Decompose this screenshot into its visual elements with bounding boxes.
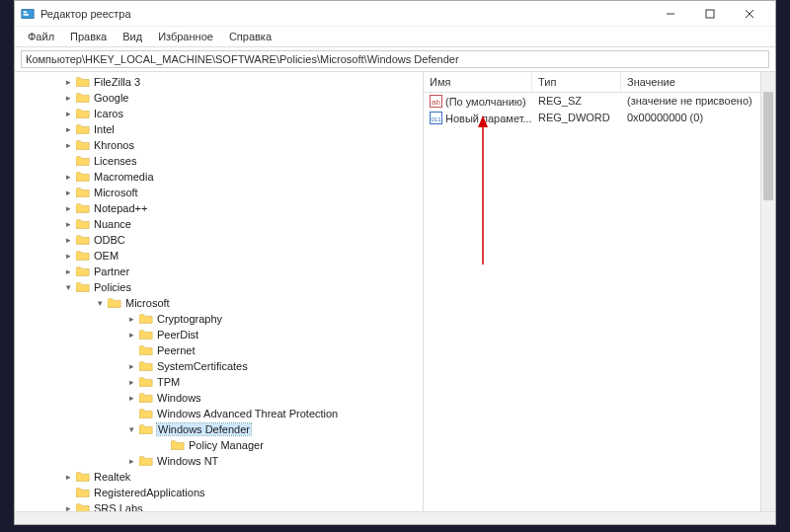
values-body[interactable]: ab(По умолчанию)REG_SZ(значение не присв… — [424, 93, 775, 126]
expander-icon[interactable]: ▸ — [62, 139, 74, 151]
tree-node[interactable]: Peernet — [46, 342, 423, 358]
tree-node[interactable]: ▸Windows — [46, 390, 423, 406]
expander-icon[interactable]: ▸ — [125, 376, 137, 388]
tree-node[interactable]: ▸Cryptography — [46, 311, 423, 327]
value-row[interactable]: 011Новый парамет...REG_DWORD0x00000000 (… — [424, 110, 775, 126]
tree-row[interactable]: Windows Advanced Threat Protection — [46, 406, 423, 421]
tree-node[interactable]: ▸PeerDist — [46, 327, 423, 342]
tree-node[interactable]: ▸Realtek — [15, 469, 423, 485]
tree-row[interactable]: ▸SRS Labs — [15, 500, 423, 511]
tree-row[interactable]: ▸ODBC — [15, 232, 423, 248]
col-header-data[interactable]: Значение — [621, 72, 775, 92]
tree-node[interactable]: ▾Windows DefenderPolicy Manager — [46, 421, 423, 453]
tree-node[interactable]: ▾Policies▾Microsoft▸Cryptography▸PeerDis… — [15, 279, 423, 469]
tree-row[interactable]: ▸Partner — [15, 264, 423, 279]
tree-node[interactable]: ▸SystemCertificates — [46, 358, 423, 374]
expander-icon[interactable]: ▾ — [94, 297, 106, 309]
minimize-button[interactable] — [651, 1, 690, 27]
expander-icon[interactable]: ▸ — [62, 171, 74, 183]
tree-node[interactable]: ▸Intel — [15, 121, 423, 137]
tree-row[interactable]: ▸Google — [15, 90, 423, 106]
tree-node[interactable]: ▸ODBC — [15, 232, 423, 248]
tree-row[interactable]: ▾Windows Defender — [46, 421, 423, 437]
tree-node[interactable]: ▸Notepad++ — [15, 200, 423, 216]
close-button[interactable] — [730, 1, 769, 27]
value-row[interactable]: ab(По умолчанию)REG_SZ(значение не присв… — [424, 93, 775, 110]
tree-node[interactable]: ▸Khronos — [15, 137, 423, 153]
tree-row[interactable]: ▾Policies — [15, 279, 423, 295]
tree-node[interactable]: ▸OEM — [15, 248, 423, 264]
tree-node[interactable]: ▾Microsoft▸Cryptography▸PeerDistPeernet▸… — [31, 295, 423, 469]
col-header-name[interactable]: Имя — [424, 72, 532, 92]
expander-icon[interactable]: ▸ — [125, 329, 137, 341]
tree-node[interactable]: ▸Microsoft — [15, 185, 423, 200]
tree-node[interactable]: ▸SRS Labs — [15, 500, 423, 511]
tree-node[interactable]: ▸TPM — [46, 374, 423, 390]
expander-icon[interactable]: ▸ — [62, 502, 74, 511]
tree-row[interactable]: ▸OEM — [15, 248, 423, 264]
tree-row[interactable]: ▸Microsoft — [15, 185, 423, 200]
tree-row[interactable]: ▸Nuance — [15, 216, 423, 232]
menu-edit[interactable]: Правка — [63, 29, 114, 44]
expander-icon[interactable]: ▸ — [62, 92, 74, 104]
expander-icon[interactable]: ▸ — [62, 108, 74, 119]
vertical-scrollbar[interactable] — [760, 72, 775, 511]
tree-node[interactable]: RegisteredApplications — [15, 485, 423, 500]
expander-icon[interactable] — [125, 408, 137, 419]
tree-row[interactable]: ▸Icaros — [15, 106, 423, 121]
expander-icon[interactable]: ▸ — [62, 234, 74, 246]
expander-icon[interactable]: ▾ — [62, 281, 74, 293]
tree-row[interactable]: ▸PeerDist — [46, 327, 423, 342]
tree-row[interactable]: ▸Cryptography — [46, 311, 423, 327]
menu-view[interactable]: Вид — [116, 29, 149, 44]
tree-node[interactable]: ▸FileZilla 3 — [15, 74, 423, 90]
col-header-type[interactable]: Тип — [532, 72, 621, 92]
tree-row[interactable]: ▸Intel — [15, 121, 423, 137]
expander-icon[interactable] — [125, 344, 137, 356]
tree-node[interactable]: ▸Google — [15, 90, 423, 106]
tree-row[interactable]: ▸Khronos — [15, 137, 423, 153]
tree-row[interactable]: ▸Notepad++ — [15, 200, 423, 216]
expander-icon[interactable]: ▸ — [62, 76, 74, 88]
tree-row[interactable]: ▸TPM — [46, 374, 423, 390]
tree-node[interactable]: ▸Nuance — [15, 216, 423, 232]
expander-icon[interactable]: ▸ — [125, 313, 137, 325]
tree-row[interactable]: ▸Realtek — [15, 469, 423, 485]
expander-icon[interactable]: ▸ — [62, 218, 74, 230]
expander-icon[interactable]: ▸ — [125, 392, 137, 404]
tree-row[interactable]: ▸Windows — [46, 390, 423, 406]
scrollbar-thumb[interactable] — [763, 92, 773, 200]
expander-icon[interactable] — [157, 439, 169, 451]
tree-node[interactable]: ▸Partner — [15, 264, 423, 279]
tree-row[interactable]: Policy Manager — [62, 437, 423, 453]
maximize-button[interactable] — [690, 1, 730, 27]
tree-row[interactable]: RegisteredApplications — [15, 485, 423, 500]
expander-icon[interactable]: ▸ — [62, 202, 74, 214]
address-input[interactable] — [21, 50, 769, 68]
tree-node[interactable]: Licenses — [15, 153, 423, 169]
expander-icon[interactable]: ▸ — [125, 455, 137, 467]
tree-pane[interactable]: ▸FileZilla 3▸Google▸Icaros▸Intel▸Khronos… — [15, 72, 424, 511]
expander-icon[interactable] — [62, 487, 74, 498]
tree-node[interactable]: ▸Icaros — [15, 106, 423, 121]
tree-row[interactable]: ▸Windows NT — [46, 453, 423, 469]
tree-node[interactable]: ▸Windows NT — [46, 453, 423, 469]
tree-row[interactable]: ▸SystemCertificates — [46, 358, 423, 374]
expander-icon[interactable]: ▸ — [62, 266, 74, 277]
expander-icon[interactable]: ▸ — [62, 250, 74, 262]
expander-icon[interactable]: ▸ — [125, 360, 137, 372]
expander-icon[interactable]: ▸ — [62, 187, 74, 198]
expander-icon[interactable] — [62, 155, 74, 167]
tree-row[interactable]: ▾Microsoft — [31, 295, 423, 311]
expander-icon[interactable]: ▸ — [62, 123, 74, 135]
tree-row[interactable]: Licenses — [15, 153, 423, 169]
tree-node[interactable]: ▸Macromedia — [15, 169, 423, 185]
expander-icon[interactable]: ▸ — [62, 471, 74, 483]
tree-row[interactable]: ▸FileZilla 3 — [15, 74, 423, 90]
menu-file[interactable]: Файл — [21, 29, 61, 44]
expander-icon[interactable]: ▾ — [125, 423, 137, 435]
tree-node[interactable]: Policy Manager — [62, 437, 423, 453]
tree-node[interactable]: Windows Advanced Threat Protection — [46, 406, 423, 421]
tree-row[interactable]: Peernet — [46, 342, 423, 358]
tree-row[interactable]: ▸Macromedia — [15, 169, 423, 185]
